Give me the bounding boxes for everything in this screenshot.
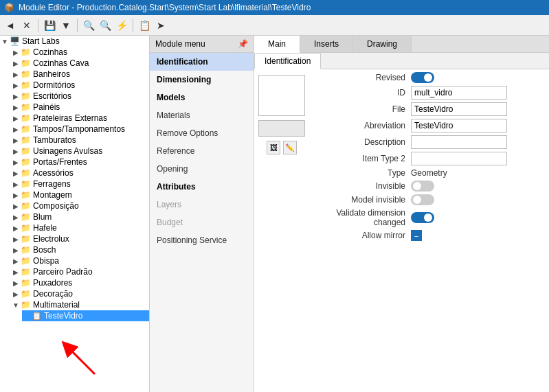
form-left: 🖼 ✏️ <box>254 72 309 241</box>
separator-2 <box>77 19 78 32</box>
list-item[interactable]: ▶📁Usinagens Avulsas <box>11 146 149 157</box>
invisible-toggle-knob <box>413 182 421 190</box>
menu-item-layers: Layers <box>150 196 254 214</box>
list-item[interactable]: ▶📁Cozinhas Cava <box>11 58 149 69</box>
list-item[interactable]: ▶📁Obispa <box>11 255 149 266</box>
description-value <box>411 135 544 149</box>
tab-drawing[interactable]: Drawing <box>353 36 412 52</box>
list-item[interactable]: ▶📁Puxadores <box>11 277 149 288</box>
list-item[interactable]: ▶📁Decoração <box>11 288 149 299</box>
module-icon: 📋 <box>32 311 42 321</box>
description-label: Description <box>315 137 411 147</box>
list-item[interactable]: ▶📁Blum <box>11 211 149 222</box>
app-icon: 📦 <box>4 3 14 12</box>
validate-dim-toggle-track[interactable] <box>411 212 434 223</box>
model-invisible-toggle-track[interactable] <box>411 194 434 205</box>
revised-toggle-track[interactable] <box>411 72 434 83</box>
menu-item-remove-options[interactable]: Remove Options <box>150 124 254 142</box>
arrow-button[interactable]: ➤ <box>153 18 168 33</box>
revised-toggle-knob <box>424 73 432 82</box>
menu-item-identification[interactable]: Identification <box>150 53 254 71</box>
file-label: File <box>315 104 411 114</box>
tree-panel: ▼ 🖥️ Start Labs ▶📁Cozinhas ▶📁Cozinhas Ca… <box>0 36 150 392</box>
testevidro-label: TesteVidro <box>44 311 82 321</box>
save-dropdown-button[interactable]: ▼ <box>58 18 74 33</box>
list-item[interactable]: ▼📁Multimaterial <box>11 299 149 310</box>
list-item[interactable]: ▶📁Dormitórios <box>11 80 149 91</box>
clipboard-button[interactable]: 📋 <box>137 18 152 33</box>
item-type2-input[interactable] <box>411 152 507 165</box>
title-text: Module Editor - Production.Catalog.Start… <box>19 3 311 12</box>
allow-mirror-value[interactable]: – <box>411 230 544 241</box>
checkmark-icon: – <box>414 232 418 240</box>
validate-dim-toggle[interactable] <box>411 212 544 223</box>
invisible-toggle[interactable] <box>411 181 544 192</box>
menu-item-models[interactable]: Models <box>150 89 254 106</box>
list-item[interactable]: ▶📁Cozinhas <box>11 47 149 58</box>
svg-line-1 <box>67 347 95 374</box>
module-image-preview <box>258 75 305 116</box>
item-type2-label: Item Type 2 <box>315 154 411 163</box>
list-item[interactable]: ▶📁Ferragens <box>11 178 149 189</box>
list-item[interactable]: ▶📁Montagem <box>11 189 149 200</box>
list-item[interactable]: ▶📁Banheiros <box>11 69 149 80</box>
list-item[interactable]: ▶📁Painéis <box>11 102 149 113</box>
id-input[interactable] <box>411 86 507 100</box>
list-item[interactable]: ▶📁Portas/Frentes <box>11 157 149 168</box>
lightning-button[interactable]: ⚡ <box>114 18 129 33</box>
list-item[interactable]: ▶📁Bosch <box>11 244 149 255</box>
tab-inserts[interactable]: Inserts <box>300 36 353 52</box>
list-item[interactable]: ▶📁Tampos/Tamponamentos <box>11 124 149 135</box>
revised-toggle[interactable] <box>411 72 544 83</box>
validate-dim-label: Validate dimension changed <box>315 208 411 227</box>
description-input[interactable] <box>411 135 507 149</box>
list-item[interactable]: ▶📁Acessórios <box>11 168 149 178</box>
file-input[interactable] <box>411 102 507 116</box>
tree-root[interactable]: ▼ 🖥️ Start Labs <box>0 36 149 47</box>
allow-mirror-label: Allow mirror <box>315 231 411 240</box>
tab-main[interactable]: Main <box>254 36 300 53</box>
model-invisible-toggle[interactable] <box>411 194 544 205</box>
menu-item-reference[interactable]: Reference <box>150 142 254 160</box>
save-button[interactable]: 💾 <box>42 18 57 33</box>
list-item[interactable]: ▶📁Electrolux <box>11 233 149 244</box>
search-button[interactable]: 🔍 <box>81 18 96 33</box>
form-icon-row: 🖼 ✏️ <box>267 141 297 154</box>
menu-item-budget: Budget <box>150 214 254 231</box>
list-item[interactable]: ▶📁Hafele <box>11 222 149 233</box>
list-item[interactable]: ▶📁Parceiro Padrão <box>11 266 149 277</box>
close-button[interactable]: ✕ <box>19 18 34 33</box>
tree-node-testevidro[interactable]: 📋 TesteVidro <box>22 310 149 321</box>
edit-image-button[interactable]: 🖼 <box>267 141 280 154</box>
list-item[interactable]: ▶📁Tamburatos <box>11 135 149 146</box>
tab-identification[interactable]: Identification <box>254 53 321 69</box>
abreviation-label: Abreviation <box>315 121 411 130</box>
list-item[interactable]: ▶📁Escritórios <box>11 91 149 102</box>
model-invisible-toggle-knob <box>413 196 421 204</box>
model-invisible-label: Model invisible <box>315 195 411 205</box>
id-value <box>411 86 544 100</box>
menu-item-materials[interactable]: Materials <box>150 106 254 124</box>
validate-dim-toggle-knob <box>424 214 432 222</box>
type-value: Geometry <box>411 168 544 178</box>
menu-item-dimensioning[interactable]: Dimensioning <box>150 71 254 89</box>
arrow-svg <box>60 340 102 378</box>
tabs-bar: Main Inserts Drawing <box>254 36 549 53</box>
separator-1 <box>38 19 38 32</box>
menu-item-attributes[interactable]: Attributes <box>150 178 254 196</box>
item-type2-value <box>411 152 544 165</box>
menu-item-opening[interactable]: Opening <box>150 160 254 178</box>
abreviation-input[interactable] <box>411 119 507 132</box>
content-sub-tabs: Identification <box>254 53 549 69</box>
list-item[interactable]: ▶📁Prateleiras Externas <box>11 113 149 124</box>
allow-mirror-checkbox[interactable]: – <box>411 230 422 241</box>
clear-image-button[interactable]: ✏️ <box>283 141 297 154</box>
invisible-toggle-track[interactable] <box>411 181 434 192</box>
menu-item-positioning-service[interactable]: Positioning Service <box>150 231 254 249</box>
toolbar: ◄ ✕ 💾 ▼ 🔍 🔍 ⚡ 📋 ➤ <box>0 15 549 36</box>
back-button[interactable]: ◄ <box>3 18 18 33</box>
module-panel: Module menu 📌 Identification Dimensionin… <box>150 36 254 392</box>
content-panel: Main Inserts Drawing Identification 🖼 ✏️ <box>254 36 549 392</box>
search2-button[interactable]: 🔍 <box>98 18 113 33</box>
list-item[interactable]: ▶📁Composição <box>11 200 149 211</box>
